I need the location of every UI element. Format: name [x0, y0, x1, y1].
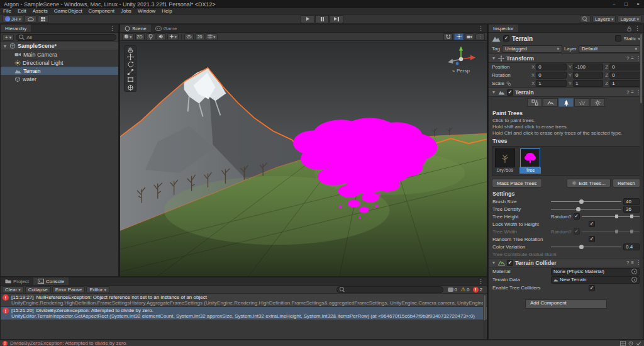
lock-icon[interactable] — [626, 26, 632, 31]
rotation-x-field[interactable]: 0 — [536, 72, 566, 79]
play-button[interactable] — [301, 15, 314, 23]
menu-window[interactable]: Window — [135, 8, 158, 14]
scene-more-button[interactable]: ⋮ — [475, 33, 485, 40]
active-checkbox[interactable]: ✓ — [503, 35, 509, 42]
refresh-button[interactable]: Refresh — [613, 179, 640, 187]
brush-size-slider[interactable] — [551, 198, 621, 204]
menu-help[interactable]: Help — [158, 8, 175, 14]
brush-size-field[interactable]: 40 — [623, 198, 640, 205]
scale-z-field[interactable]: 1 — [609, 80, 640, 87]
panel-menu-icon[interactable]: ⋮ — [109, 25, 115, 31]
panel-menu-icon[interactable]: ⋮ — [478, 25, 484, 31]
tab-scene[interactable]: Scene — [120, 25, 151, 32]
foldout-icon[interactable]: ▼ — [3, 44, 8, 48]
layers-dropdown[interactable]: Layers ▾ — [592, 15, 616, 23]
console-entry[interactable]: ! [15:19:27] NullReferenceException: Obj… — [1, 294, 487, 307]
inspector-scrollbar[interactable] — [640, 33, 643, 338]
scene-viewport[interactable]: < Persp — [120, 42, 487, 276]
tab-console[interactable]: Console — [33, 277, 69, 285]
scale-y-field[interactable]: 1 — [573, 80, 603, 87]
tab-project[interactable]: Project — [1, 277, 33, 285]
mass-place-trees-button[interactable]: Mass Place Trees — [492, 179, 542, 187]
terrain-settings-button[interactable] — [590, 98, 605, 107]
terrain-component-header[interactable]: ▼ ✓ Terrain ? ≡ ⋮ — [489, 87, 643, 97]
editor-dropdown[interactable]: Editor ▾ — [86, 286, 109, 293]
hierarchy-item-water[interactable]: water — [1, 75, 118, 83]
help-icon[interactable]: ? — [626, 89, 629, 95]
terrain-data-field[interactable]: New Terrain — [551, 276, 640, 284]
hierarchy-scene-row[interactable]: ▼ SampleScene* — [1, 42, 118, 50]
clear-button[interactable]: Clear ▾ — [2, 286, 24, 293]
tree-height-random-checkbox[interactable]: ✓ — [574, 213, 580, 220]
gizmos-toggle[interactable] — [454, 33, 464, 40]
terrain-collider-header[interactable]: ▼ ✓ Terrain Collider ? ≡ ⋮ — [489, 258, 643, 267]
error-pause-toggle[interactable]: Error Pause — [52, 286, 86, 293]
position-y-field[interactable]: -100 — [573, 64, 603, 70]
status-activity-icon[interactable] — [628, 341, 633, 346]
scale-tool-button[interactable] — [125, 69, 136, 76]
layout-dropdown[interactable]: Layout ▾ — [618, 15, 641, 23]
hierarchy-item-terrain[interactable]: Terrain — [1, 67, 118, 75]
collapse-toggle[interactable]: Collapse — [25, 286, 51, 293]
view-tool-button[interactable] — [125, 46, 136, 53]
step-button[interactable] — [330, 15, 343, 23]
effects-dropdown[interactable]: ▾ — [167, 33, 179, 40]
menu-component[interactable]: Component — [86, 8, 118, 14]
console-entry-selected[interactable]: ! [15:21:20] DivideByZeroException: Atte… — [1, 307, 487, 320]
lock-width-checkbox[interactable]: ✓ — [589, 221, 595, 227]
static-toggle[interactable]: Static ▾ — [615, 35, 640, 42]
rotation-y-field[interactable]: 0 — [573, 72, 603, 79]
static-checkbox[interactable] — [615, 35, 621, 42]
audio-toggle[interactable] — [157, 33, 166, 40]
rect-tool-button[interactable] — [125, 76, 136, 84]
add-component-button[interactable]: Add Component — [525, 299, 607, 309]
transform-header[interactable]: ▼ Transform ? ≡ ⋮ — [489, 53, 643, 63]
foldout-icon[interactable]: ▼ — [491, 90, 496, 94]
help-icon[interactable]: ? — [626, 260, 629, 265]
terrain-enabled-checkbox[interactable]: ✓ — [507, 89, 513, 96]
tree-density-field[interactable]: 36 — [623, 206, 640, 213]
foldout-icon[interactable]: ▼ — [491, 56, 496, 60]
error-count-toggle[interactable]: ! 2 — [473, 287, 482, 293]
menu-gameobject[interactable]: GameObject — [51, 8, 86, 14]
camera-settings-button[interactable] — [465, 33, 474, 40]
2d-toggle[interactable]: 2D — [135, 33, 145, 40]
panel-menu-icon[interactable]: ⋮ — [635, 25, 640, 31]
color-variation-slider[interactable] — [551, 243, 621, 250]
status-grid-icon[interactable] — [620, 341, 626, 346]
paint-trees-button[interactable] — [558, 98, 574, 107]
tree-density-slider[interactable] — [551, 206, 621, 212]
perspective-label[interactable]: < Persp — [443, 68, 479, 74]
position-z-field[interactable]: 0 — [609, 64, 640, 70]
tree-asset-tree[interactable]: Tree — [519, 148, 541, 174]
move-tool-button[interactable] — [125, 53, 136, 61]
material-field[interactable]: None (Physic Material) — [551, 268, 640, 276]
edit-trees-button[interactable]: Edit Trees... — [567, 179, 611, 187]
enable-tree-colliders-checkbox[interactable]: ✓ — [589, 285, 595, 291]
paint-terrain-button[interactable] — [543, 98, 558, 107]
grid-dropdown[interactable]: ▾ — [206, 33, 218, 40]
tree-asset-dry[interactable]: Dry7509 — [494, 148, 516, 174]
rotate-tool-button[interactable] — [125, 61, 136, 69]
hierarchy-item-directional-light[interactable]: Directional Light — [1, 59, 118, 67]
panel-menu-icon[interactable]: ⋮ — [478, 278, 484, 284]
menu-file[interactable]: File — [0, 8, 14, 14]
foldout-icon[interactable]: ▼ — [491, 260, 496, 265]
pause-button[interactable] — [315, 15, 329, 23]
help-icon[interactable]: ? — [626, 55, 629, 61]
object-picker-icon[interactable] — [631, 269, 637, 274]
object-picker-icon[interactable] — [631, 277, 637, 282]
snap-toggle[interactable] — [443, 33, 453, 40]
collider-enabled-checkbox[interactable]: ✓ — [507, 260, 513, 266]
menu-assets[interactable]: Assets — [30, 8, 51, 14]
layer-dropdown[interactable]: Default ▾ — [579, 45, 640, 53]
create-neighbor-terrains-button[interactable] — [527, 98, 542, 107]
account-button[interactable]: JH ▾ — [3, 15, 23, 23]
lighting-toggle[interactable] — [146, 33, 155, 40]
random-rotation-checkbox[interactable]: ✓ — [589, 236, 595, 242]
services-button[interactable] — [38, 15, 48, 23]
scene-visibility-toggle[interactable] — [184, 33, 194, 40]
cloud-button[interactable] — [25, 15, 36, 23]
console-scrollbar[interactable] — [483, 294, 486, 338]
tab-game[interactable]: Game — [151, 25, 182, 32]
